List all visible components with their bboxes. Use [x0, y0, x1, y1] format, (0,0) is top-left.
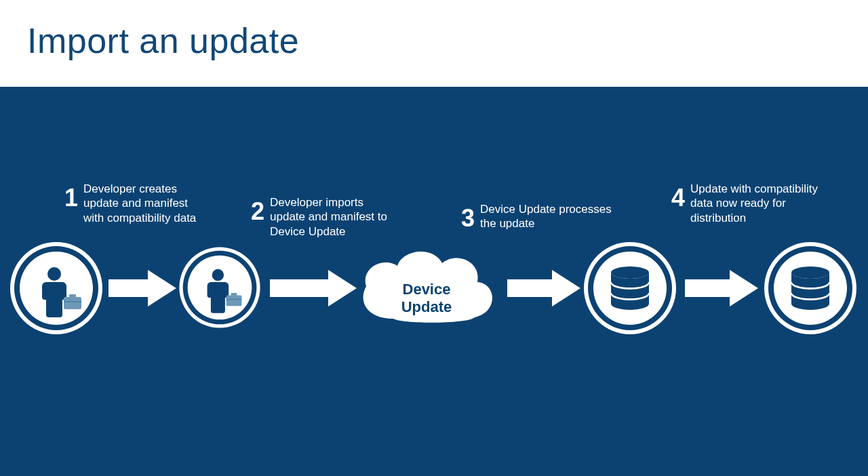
svg-marker-21 [685, 270, 758, 306]
cloud-label: Device Update [376, 281, 477, 316]
svg-rect-4 [64, 297, 81, 309]
step-text: Update with compatibility data now ready… [690, 182, 827, 225]
svg-point-20 [611, 266, 649, 279]
arrow-icon [685, 270, 758, 306]
step-3-label: 3 Device Update processes the update [461, 202, 617, 231]
page-header: Import an update [0, 0, 868, 87]
svg-rect-13 [231, 293, 237, 296]
arrow-icon [270, 270, 357, 306]
svg-marker-15 [270, 270, 357, 306]
step-1-label: 1 Developer creates update and manifest … [64, 182, 200, 225]
svg-rect-6 [64, 301, 81, 302]
developer-icon-2 [176, 244, 263, 331]
database-icon-1 [580, 239, 679, 338]
svg-marker-16 [507, 270, 580, 306]
step-number: 3 [461, 206, 475, 231]
developer-icon-1 [7, 239, 106, 338]
svg-marker-7 [108, 270, 176, 306]
svg-point-25 [791, 266, 829, 279]
step-text: Device Update processes the update [480, 202, 617, 231]
step-number: 1 [64, 186, 78, 210]
svg-rect-14 [226, 299, 242, 300]
svg-point-3 [47, 267, 61, 281]
diagram-stage: 1 Developer creates update and manifest … [0, 87, 868, 476]
step-number: 4 [671, 186, 685, 210]
svg-point-11 [212, 269, 224, 281]
arrow-icon [108, 270, 176, 306]
page-title: Import an update [27, 20, 841, 61]
step-2-label: 2 Developer imports update and manifest … [251, 195, 393, 239]
step-4-label: 4 Update with compatibility data now rea… [671, 182, 827, 225]
step-text: Developer imports update and manifest to… [270, 195, 393, 239]
step-number: 2 [251, 199, 264, 224]
database-icon-2 [761, 239, 860, 338]
svg-rect-5 [69, 294, 76, 298]
step-text: Developer creates update and manifest wi… [83, 182, 200, 225]
arrow-icon [507, 270, 580, 306]
svg-rect-12 [226, 295, 242, 306]
